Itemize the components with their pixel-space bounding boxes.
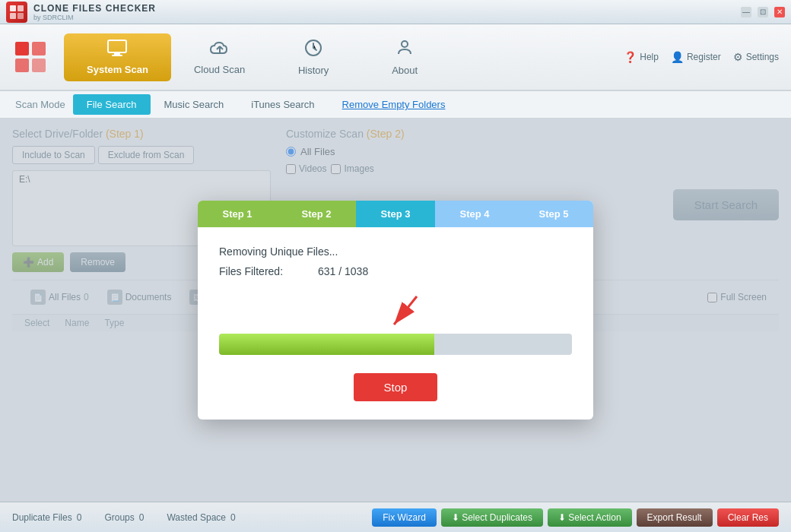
red-arrow [371,293,462,331]
content-area: Select Drive/Folder (Step 1) Include to … [0,119,791,502]
title-bar-left: CLONE FILES CHECKER by SDRCLIM [6,2,156,23]
files-current: 631 [318,265,335,277]
close-button[interactable]: ✕ [774,7,785,17]
modal-step-4: Step 4 [435,201,514,227]
svg-rect-1 [17,5,24,11]
nav-item-history[interactable]: History [268,33,359,82]
maximize-button[interactable]: ⊡ [758,7,768,17]
svg-rect-7 [32,59,46,72]
duplicate-files-stat: Duplicate Files 0 [12,512,81,523]
stop-button[interactable]: Stop [354,373,438,401]
tab-bar: Scan Mode File Search Music Search iTune… [0,91,791,119]
modal-steps: Step 1 Step 2 Step 3 Step 4 Step 5 [198,201,593,227]
files-filtered-label: Files Filtered: [219,265,318,277]
nav-logo [12,39,49,75]
svg-rect-3 [17,13,24,19]
nav-item-cloud-scan[interactable]: Cloud Scan [171,33,268,81]
nav-items: System Scan Cloud Scan History About [64,33,624,82]
nav-label-system-scan: System Scan [87,64,148,75]
nav-label-history: History [298,65,329,76]
files-total: 1038 [345,265,368,277]
wasted-space-count: 0 [230,512,236,523]
modal-step-3: Step 3 [356,201,435,227]
svg-rect-6 [15,59,29,72]
svg-rect-8 [108,40,126,52]
tab-itunes-search[interactable]: iTunes Search [237,94,328,115]
export-result-button[interactable]: Export Result [637,508,713,527]
history-icon [304,39,322,62]
fix-wizard-button[interactable]: Fix Wizard [372,508,437,527]
arrow-area [219,293,572,331]
system-scan-icon [107,40,127,61]
register-link[interactable]: 👤 Register [671,51,721,63]
modal-status-text: Removing Unique Files... [219,245,572,258]
app-title: CLONE FILES CHECKER [33,3,156,14]
groups-count: 0 [139,512,145,523]
svg-rect-5 [32,42,46,55]
nav-right: ❓ Help 👤 Register ⚙ Settings [624,51,779,63]
files-separator: / [335,265,345,277]
modal-step-5: Step 5 [514,201,593,227]
title-bar: CLONE FILES CHECKER by SDRCLIM — ⊡ ✕ [0,0,791,24]
window-controls: — ⊡ ✕ [741,7,785,17]
wasted-space-label: Wasted Space [167,512,226,523]
duplicate-files-label: Duplicate Files [12,512,72,523]
modal-overlay: Step 1 Step 2 Step 3 Step 4 Step 5 Remov… [0,119,791,502]
nav-item-system-scan[interactable]: System Scan [64,33,171,81]
settings-icon: ⚙ [733,51,743,63]
modal-files-row: Files Filtered: 631 / 1038 [219,265,572,277]
tab-remove-empty[interactable]: Remove Empty Folders [329,94,459,115]
clear-button[interactable]: Clear Res [717,508,779,527]
groups-label: Groups [104,512,134,523]
app-logo [6,2,27,23]
svg-rect-2 [10,13,16,19]
minimize-button[interactable]: — [741,7,751,17]
modal-body: Removing Unique Files... Files Filtered:… [198,227,593,420]
about-icon [396,39,414,62]
wasted-space-stat: Wasted Space 0 [167,512,235,523]
svg-rect-10 [112,55,122,56]
svg-rect-0 [10,5,16,11]
app-subtitle: by SDRCLIM [33,14,156,21]
register-icon: 👤 [671,51,684,63]
bottom-actions: Fix Wizard ⬇ Select Duplicates ⬇ Select … [372,508,779,527]
nav-item-about[interactable]: About [359,33,450,82]
duplicate-files-count: 0 [77,512,82,523]
progress-bar-container [219,334,572,355]
svg-rect-4 [15,42,29,55]
svg-line-17 [394,296,417,325]
modal-step-2: Step 2 [277,201,356,227]
settings-link[interactable]: ⚙ Settings [733,51,779,63]
bottom-bar: Duplicate Files 0 Groups 0 Wasted Space … [0,502,791,532]
svg-rect-9 [114,52,120,55]
progress-bar-fill [219,334,434,355]
nav-label-about: About [392,65,418,76]
scan-mode-label: Scan Mode [15,99,65,110]
tab-music-search[interactable]: Music Search [151,94,238,115]
help-icon: ❓ [624,51,637,63]
groups-stat: Groups 0 [104,512,144,523]
help-label: Help [640,52,659,62]
help-link[interactable]: ❓ Help [624,51,659,63]
main-nav: System Scan Cloud Scan History About ❓ H… [0,24,791,91]
cloud-scan-icon [209,40,230,61]
files-count-display: 631 / 1038 [318,265,368,277]
svg-point-15 [402,41,408,47]
modal-step-1: Step 1 [198,201,277,227]
settings-label: Settings [746,52,779,62]
progress-modal: Step 1 Step 2 Step 3 Step 4 Step 5 Remov… [198,201,593,420]
tab-file-search[interactable]: File Search [73,94,151,115]
select-action-button[interactable]: ⬇ Select Action [548,508,632,527]
register-label: Register [687,52,721,62]
select-duplicates-button[interactable]: ⬇ Select Duplicates [441,508,543,527]
nav-label-cloud-scan: Cloud Scan [194,64,245,75]
